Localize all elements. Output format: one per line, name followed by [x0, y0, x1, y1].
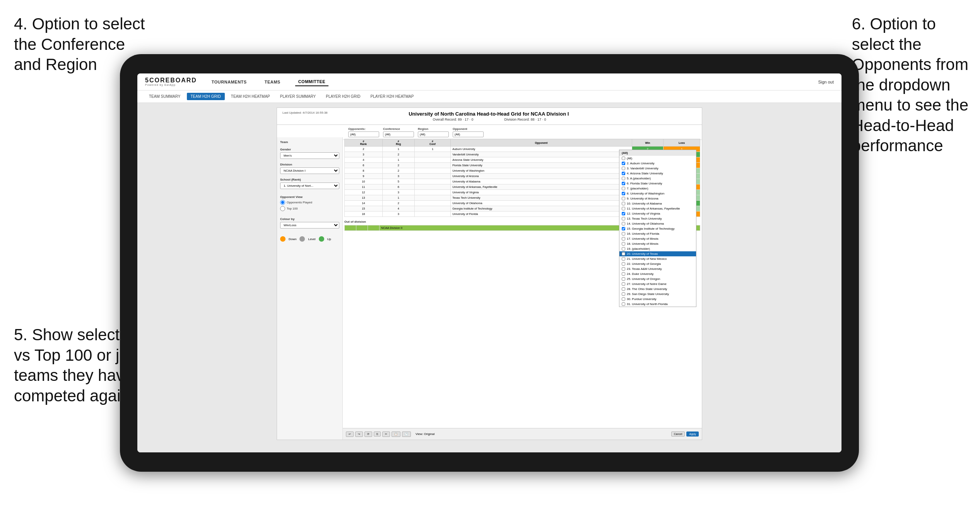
subnav-player-h2h-heatmap[interactable]: PLAYER H2H HEATMAP [367, 93, 418, 100]
region-select[interactable]: (All) [418, 131, 449, 137]
dropdown-item[interactable]: 18. University of Illinois [619, 241, 696, 246]
colour-by-label: Colour by [280, 217, 339, 221]
division-select[interactable]: NCAA Division I [280, 167, 339, 174]
apply-btn[interactable]: Apply [686, 431, 699, 437]
dropdown-item[interactable]: 2. Auburn University [619, 161, 696, 166]
dropdown-item-checkbox[interactable] [622, 227, 625, 230]
dropdown-item[interactable]: 27. University of Notre Dame [619, 281, 696, 287]
dropdown-item-checkbox[interactable] [622, 282, 625, 286]
dropdown-item-checkbox[interactable] [622, 252, 625, 256]
clock-btn[interactable]: 🕐 [402, 431, 411, 437]
dropdown-item-checkbox[interactable] [622, 292, 625, 296]
nav-committee[interactable]: COMMITTEE [295, 78, 329, 86]
subnav-player-h2h-grid[interactable]: PLAYER H2H GRID [322, 93, 364, 100]
dropdown-item[interactable]: (All) [619, 156, 696, 161]
dropdown-item-checkbox[interactable] [622, 287, 625, 291]
dropdown-item-checkbox[interactable] [622, 267, 625, 271]
dropdown-item[interactable]: 20. University of Texas [619, 251, 696, 256]
radio-top100[interactable]: Top 100 [280, 206, 339, 211]
radio-opponents-played-input[interactable] [280, 200, 285, 205]
division-label: Division [280, 163, 339, 166]
dropdown-item-checkbox[interactable] [622, 212, 625, 215]
dropdown-item[interactable]: 30. Purdue University [619, 297, 696, 302]
dropdown-item-checkbox[interactable] [622, 277, 625, 281]
dropdown-item[interactable]: 29. San Diego State University [619, 292, 696, 297]
undo-btn[interactable]: ↩ [346, 431, 354, 437]
subnav-team-summary[interactable]: TEAM SUMMARY [145, 93, 185, 100]
school-select[interactable]: 1. University of Nort... [280, 182, 339, 189]
dropdown-item-checkbox[interactable] [622, 207, 625, 210]
dropdown-item[interactable]: 11. University of Arkansas, Fayetteville [619, 206, 696, 211]
dropdown-item[interactable]: 13. Texas Tech University [619, 216, 696, 221]
subnav-player-summary[interactable]: PLAYER SUMMARY [276, 93, 320, 100]
dropdown-item-checkbox[interactable] [622, 187, 625, 190]
subnav-team-h2h-grid[interactable]: TEAM H2H GRID [187, 93, 225, 100]
nav-teams[interactable]: TEAMS [262, 78, 284, 86]
cell-rank: 14 [345, 201, 383, 206]
dropdown-item[interactable]: 17. University of Illinois [619, 236, 696, 241]
dropdown-item[interactable]: 25. University of Oregon [619, 276, 696, 281]
dropdown-item-checkbox[interactable] [622, 202, 625, 205]
cancel-btn[interactable]: Cancel [671, 431, 685, 437]
dropdown-item[interactable]: 14. University of Oklahoma [619, 221, 696, 226]
opponent-dropdown[interactable]: (All)(All)2. Auburn University3. Vanderb… [619, 150, 696, 307]
dropdown-item[interactable]: 8. University of Washington [619, 191, 696, 196]
dropdown-item-checkbox[interactable] [622, 167, 625, 170]
dropdown-item-checkbox[interactable] [622, 172, 625, 175]
opponents-select[interactable]: (All) [348, 131, 379, 137]
dropdown-item-checkbox[interactable] [622, 302, 625, 306]
nav-tournaments[interactable]: TOURNAMENTS [209, 78, 250, 86]
dropdown-item-checkbox[interactable] [622, 182, 625, 185]
radio-opponents-played[interactable]: Opponents Played [280, 200, 339, 205]
dropdown-item-checkbox[interactable] [622, 257, 625, 261]
radio-top100-input[interactable] [280, 206, 285, 211]
dropdown-item-checkbox[interactable] [622, 197, 625, 200]
dropdown-item[interactable]: 16. University of Florida [619, 231, 696, 236]
dropdown-item[interactable]: 10. University of Alabama [619, 201, 696, 206]
dropdown-item[interactable]: 4. Arizona State University [619, 171, 696, 176]
dropdown-item[interactable]: 23. Texas A&M University [619, 266, 696, 271]
dropdown-item[interactable]: 12. University of Virginia [619, 211, 696, 216]
dropdown-item-checkbox[interactable] [622, 162, 625, 165]
nav-signout[interactable]: Sign out [818, 80, 834, 84]
dropdown-item[interactable]: 7. (placeholder) [619, 186, 696, 191]
dropdown-item[interactable]: 31. University of North Florida [619, 302, 696, 307]
dropdown-item-checkbox[interactable] [622, 217, 625, 220]
dropdown-item[interactable]: 5. A (placeholder) [619, 176, 696, 181]
dropdown-item-checkbox[interactable] [622, 232, 625, 235]
dropdown-item[interactable]: 21. University of New Mexico [619, 256, 696, 261]
annotation-bl-line3: teams they have [14, 366, 133, 384]
dropdown-item-checkbox[interactable] [622, 262, 625, 266]
dropdown-item[interactable]: 19. (placeholder) [619, 246, 696, 251]
gender-select[interactable]: Men's [280, 152, 339, 159]
report-title: University of North Carolina Head-to-Hea… [328, 111, 650, 117]
dropdown-item-checkbox[interactable] [622, 222, 625, 225]
reset-btn[interactable]: ⟳ [364, 431, 372, 437]
cut-btn[interactable]: ✂ [382, 431, 390, 437]
dropdown-item-checkbox[interactable] [622, 297, 625, 301]
dropdown-item[interactable]: 9. University of Arizona [619, 196, 696, 201]
colour-by-select[interactable]: Win/Loss [280, 222, 339, 229]
annotation-tr-line3: Opponents from [852, 55, 968, 73]
dropdown-item-checkbox[interactable] [622, 177, 625, 180]
dropdown-item[interactable]: 22. University of Georgia [619, 261, 696, 266]
dropdown-item[interactable]: 24. Duke University [619, 271, 696, 276]
copy-btn[interactable]: ⎘ [374, 431, 381, 437]
dropdown-item-checkbox[interactable] [622, 272, 625, 276]
cell-reg: 3 [382, 190, 414, 195]
conference-select[interactable]: (All) [383, 131, 414, 137]
dropdown-item-checkbox[interactable] [622, 242, 625, 246]
dropdown-item[interactable]: 3. Vanderbilt University [619, 166, 696, 171]
dropdown-item[interactable]: 28. The Ohio State University [619, 287, 696, 292]
paste-btn[interactable]: 📋 [392, 431, 400, 437]
opponent-select[interactable]: (All) [453, 131, 484, 137]
dropdown-item[interactable]: 6. Florida State University [619, 181, 696, 186]
annotation-tr-line2: select the [852, 35, 922, 53]
subnav-team-h2h-heatmap[interactable]: TEAM H2H HEATMAP [227, 93, 274, 100]
dropdown-item-checkbox[interactable] [622, 157, 625, 160]
redo-btn[interactable]: ↪ [355, 431, 363, 437]
dropdown-item-checkbox[interactable] [622, 192, 625, 195]
dropdown-item-checkbox[interactable] [622, 247, 625, 251]
dropdown-item[interactable]: 15. Georgia Institute of Technology [619, 226, 696, 231]
dropdown-item-checkbox[interactable] [622, 237, 625, 240]
